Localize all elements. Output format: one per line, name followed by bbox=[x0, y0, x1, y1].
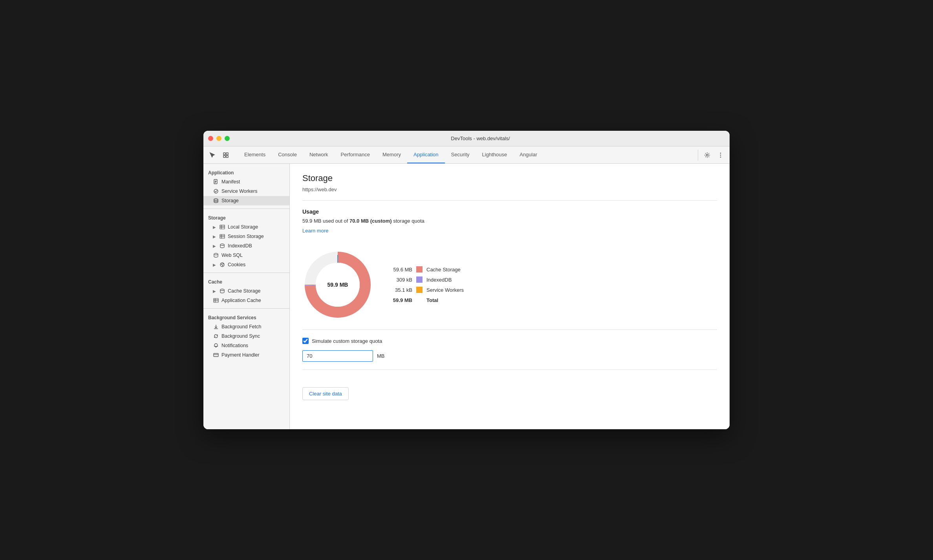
sidebar-item-application-cache[interactable]: Application Cache bbox=[203, 296, 289, 305]
legend-sw-name: Service Workers bbox=[426, 287, 464, 293]
sidebar-item-notifications[interactable]: Notifications bbox=[203, 341, 289, 350]
sidebar-item-background-sync[interactable]: Background Sync bbox=[203, 331, 289, 341]
sidebar-section-bg-services: Background Services bbox=[203, 312, 289, 322]
sidebar-item-manifest-label: Manifest bbox=[221, 179, 240, 185]
devtools-window: DevTools - web.dev/vitals/ Elements bbox=[203, 131, 730, 429]
svg-point-26 bbox=[222, 265, 223, 266]
svg-point-12 bbox=[214, 189, 218, 193]
close-button[interactable] bbox=[208, 136, 213, 141]
svg-point-6 bbox=[720, 154, 721, 156]
cache-storage-icon bbox=[219, 288, 225, 294]
usage-desc-suffix: storage quota bbox=[392, 218, 424, 224]
sidebar-item-cache-storage[interactable]: ▶ Cache Storage bbox=[203, 286, 289, 296]
simulate-checkbox[interactable] bbox=[302, 338, 309, 344]
titlebar: DevTools - web.dev/vitals/ bbox=[203, 131, 730, 146]
quota-unit: MB bbox=[377, 353, 385, 359]
tab-application[interactable]: Application bbox=[407, 146, 445, 163]
notifications-icon bbox=[213, 342, 219, 349]
sidebar-section-cache: Cache bbox=[203, 276, 289, 286]
legend-item-indexeddb: 309 kB IndexedDB bbox=[389, 276, 464, 283]
traffic-lights bbox=[208, 136, 230, 141]
settings-icon[interactable] bbox=[701, 150, 713, 161]
legend-total-color bbox=[416, 297, 423, 303]
legend-item-total: 59.9 MB Total bbox=[389, 297, 464, 303]
sidebar-item-storage[interactable]: Storage bbox=[203, 196, 289, 205]
divider-1 bbox=[203, 209, 289, 209]
arrow-local-storage: ▶ bbox=[213, 225, 216, 229]
legend-cache-color bbox=[416, 266, 423, 273]
toolbar: Elements Console Network Performance Mem… bbox=[203, 146, 730, 164]
legend-indexeddb-name: IndexedDB bbox=[426, 277, 452, 283]
simulate-checkbox-row: Simulate custom storage quota bbox=[302, 338, 717, 344]
sidebar-item-service-workers[interactable]: Service Workers bbox=[203, 187, 289, 196]
donut-center-label: 59.9 MB bbox=[327, 282, 348, 288]
sidebar-item-web-sql[interactable]: Web SQL bbox=[203, 251, 289, 260]
more-options-icon[interactable] bbox=[715, 150, 726, 161]
toolbar-left-icons bbox=[207, 150, 232, 161]
simulate-checkbox-label: Simulate custom storage quota bbox=[312, 338, 382, 344]
tab-bar: Elements Console Network Performance Mem… bbox=[238, 146, 695, 163]
inspect-icon[interactable] bbox=[220, 150, 232, 161]
chart-legend: 59.6 MB Cache Storage 309 kB IndexedDB 3… bbox=[389, 266, 464, 303]
window-title: DevTools - web.dev/vitals/ bbox=[236, 135, 725, 141]
learn-more-link[interactable]: Learn more bbox=[302, 228, 328, 234]
sidebar-item-cookies-label: Cookies bbox=[228, 262, 245, 267]
section-divider-1 bbox=[302, 200, 717, 201]
donut-chart: 59.9 MB bbox=[302, 249, 373, 320]
sidebar-item-manifest[interactable]: Manifest bbox=[203, 177, 289, 187]
quota-input-row: MB bbox=[302, 350, 717, 362]
legend-sw-value: 35.1 kB bbox=[389, 287, 412, 293]
manifest-icon bbox=[213, 179, 219, 185]
quota-input[interactable] bbox=[302, 350, 373, 362]
tab-performance[interactable]: Performance bbox=[335, 146, 376, 163]
sidebar-item-web-sql-label: Web SQL bbox=[221, 253, 243, 258]
divider-3 bbox=[203, 308, 289, 309]
arrow-session-storage: ▶ bbox=[213, 234, 216, 239]
minimize-button[interactable] bbox=[216, 136, 221, 141]
section-divider-2 bbox=[302, 329, 717, 330]
sidebar-item-notifications-label: Notifications bbox=[221, 343, 248, 348]
sidebar-section-storage: Storage bbox=[203, 212, 289, 222]
legend-item-serviceworkers: 35.1 kB Service Workers bbox=[389, 287, 464, 293]
content-area: Storage https://web.dev Usage 59.9 MB us… bbox=[290, 164, 730, 429]
sidebar-item-payment-handler[interactable]: Payment Handler bbox=[203, 350, 289, 360]
tab-console[interactable]: Console bbox=[272, 146, 303, 163]
svg-point-27 bbox=[223, 264, 223, 264]
legend-total-name: Total bbox=[426, 297, 438, 303]
background-sync-icon bbox=[213, 333, 219, 339]
sidebar-item-indexeddb[interactable]: ▶ IndexedDB bbox=[203, 241, 289, 251]
storage-icon bbox=[213, 198, 219, 204]
maximize-button[interactable] bbox=[225, 136, 230, 141]
tab-lighthouse[interactable]: Lighthouse bbox=[476, 146, 514, 163]
tab-angular[interactable]: Angular bbox=[513, 146, 543, 163]
sidebar-item-cookies[interactable]: ▶ Cookies bbox=[203, 260, 289, 269]
sidebar-item-payment-handler-label: Payment Handler bbox=[221, 352, 260, 358]
legend-indexeddb-color bbox=[416, 276, 423, 283]
svg-rect-3 bbox=[226, 156, 228, 157]
svg-rect-2 bbox=[223, 156, 225, 157]
cookies-icon bbox=[219, 262, 225, 268]
sidebar-item-background-fetch[interactable]: Background Fetch bbox=[203, 322, 289, 331]
tab-memory[interactable]: Memory bbox=[376, 146, 407, 163]
svg-point-24 bbox=[220, 263, 224, 267]
content-url: https://web.dev bbox=[302, 187, 717, 192]
svg-point-23 bbox=[214, 253, 218, 255]
session-storage-icon bbox=[219, 233, 225, 240]
sidebar-item-background-fetch-label: Background Fetch bbox=[221, 324, 261, 329]
tab-security[interactable]: Security bbox=[445, 146, 476, 163]
tab-network[interactable]: Network bbox=[303, 146, 335, 163]
svg-point-25 bbox=[221, 264, 222, 265]
local-storage-icon bbox=[219, 224, 225, 230]
usage-description: 59.9 MB used out of 70.0 MB (custom) sto… bbox=[302, 218, 717, 224]
svg-point-5 bbox=[720, 152, 721, 154]
sidebar-item-application-cache-label: Application Cache bbox=[221, 298, 261, 303]
sidebar-item-storage-label: Storage bbox=[221, 198, 239, 203]
tab-elements[interactable]: Elements bbox=[238, 146, 272, 163]
usage-desc-prefix: 59.9 MB used out of bbox=[302, 218, 349, 224]
sidebar-item-local-storage[interactable]: ▶ Local Storage bbox=[203, 222, 289, 232]
payment-handler-icon bbox=[213, 352, 219, 358]
usage-title: Usage bbox=[302, 209, 717, 215]
clear-site-data-button[interactable]: Clear site data bbox=[302, 387, 349, 400]
sidebar-item-session-storage[interactable]: ▶ Session Storage bbox=[203, 232, 289, 241]
cursor-icon[interactable] bbox=[207, 150, 218, 161]
